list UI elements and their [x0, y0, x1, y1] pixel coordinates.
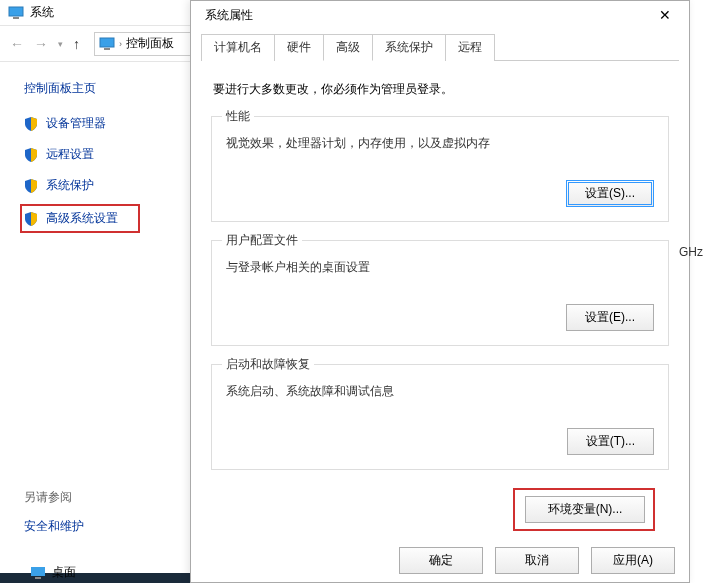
sidebar-item-label: 设备管理器 [46, 115, 106, 132]
sidebar-item-remote[interactable]: 远程设置 [24, 146, 210, 163]
forward-arrow-icon: → [34, 36, 48, 52]
breadcrumb[interactable]: › 控制面板 [94, 32, 200, 56]
group-desc: 与登录帐户相关的桌面设置 [226, 259, 654, 276]
system-window: 系统 ← → ▾ ↑ › 控制面板 控制面板主页 设备管理器 远程设置 系统保护 [0, 0, 210, 583]
desktop-label: 桌面 [52, 564, 76, 581]
system-properties-dialog: 系统属性 ✕ 计算机名 硬件 高级 系统保护 远程 要进行大多数更改，你必须作为… [190, 0, 690, 583]
sidebar-item-label: 远程设置 [46, 146, 94, 163]
group-title: 用户配置文件 [222, 232, 302, 249]
svg-rect-5 [35, 577, 41, 579]
tab-protection[interactable]: 系统保护 [372, 34, 446, 61]
close-icon[interactable]: ✕ [651, 5, 679, 25]
monitor-icon [99, 36, 115, 52]
apply-button[interactable]: 应用(A) [591, 547, 675, 574]
admin-info-text: 要进行大多数更改，你必须作为管理员登录。 [213, 81, 669, 98]
dialog-footer: 确定 取消 应用(A) [399, 547, 675, 574]
desktop-item[interactable]: 桌面 [30, 564, 76, 583]
cancel-button[interactable]: 取消 [495, 547, 579, 574]
system-title: 系统 [30, 4, 54, 21]
sidebar-item-label: 高级系统设置 [46, 210, 118, 227]
ghz-fragment: GHz [679, 245, 703, 259]
sidebar-title[interactable]: 控制面板主页 [24, 80, 210, 97]
sidebar: 控制面板主页 设备管理器 远程设置 系统保护 高级系统设置 [0, 62, 210, 233]
sidebar-item-device-manager[interactable]: 设备管理器 [24, 115, 210, 132]
group-title: 性能 [222, 108, 254, 125]
startup-group: 启动和故障恢复 系统启动、系统故障和调试信息 设置(T)... [211, 364, 669, 470]
tab-advanced[interactable]: 高级 [323, 34, 373, 61]
see-also-link[interactable]: 安全和维护 [24, 518, 84, 535]
nav-row: ← → ▾ ↑ › 控制面板 [0, 26, 210, 62]
environment-variables-button[interactable]: 环境变量(N)... [525, 496, 645, 523]
svg-rect-0 [9, 7, 23, 16]
tab-hardware[interactable]: 硬件 [274, 34, 324, 61]
user-profiles-settings-button[interactable]: 设置(E)... [566, 304, 654, 331]
user-profiles-group: 用户配置文件 与登录帐户相关的桌面设置 设置(E)... [211, 240, 669, 346]
performance-settings-button[interactable]: 设置(S)... [566, 180, 654, 207]
group-desc: 系统启动、系统故障和调试信息 [226, 383, 654, 400]
highlight-box-advanced: 高级系统设置 [20, 204, 140, 233]
performance-group: 性能 视觉效果，处理器计划，内存使用，以及虚拟内存 设置(S)... [211, 116, 669, 222]
system-titlebar: 系统 [0, 0, 210, 26]
svg-rect-1 [13, 17, 19, 19]
tab-computer-name[interactable]: 计算机名 [201, 34, 275, 61]
monitor-icon [30, 565, 46, 581]
startup-settings-button[interactable]: 设置(T)... [567, 428, 654, 455]
see-also-title: 另请参阅 [24, 489, 84, 506]
shield-icon [24, 148, 38, 162]
up-arrow-icon[interactable]: ↑ [73, 36, 80, 52]
env-var-row: 环境变量(N)... [211, 488, 649, 531]
see-also-section: 另请参阅 安全和维护 [24, 489, 84, 535]
dialog-title: 系统属性 [205, 7, 253, 24]
dialog-titlebar: 系统属性 ✕ [191, 1, 689, 29]
sidebar-item-advanced[interactable]: 高级系统设置 [24, 210, 118, 227]
breadcrumb-label: 控制面板 [126, 35, 174, 52]
svg-rect-3 [104, 48, 110, 50]
back-arrow-icon[interactable]: ← [10, 36, 24, 52]
tab-remote[interactable]: 远程 [445, 34, 495, 61]
chevron-right-icon: › [119, 39, 122, 49]
monitor-icon [8, 5, 24, 21]
shield-icon [24, 212, 38, 226]
group-title: 启动和故障恢复 [222, 356, 314, 373]
sidebar-item-label: 系统保护 [46, 177, 94, 194]
shield-icon [24, 179, 38, 193]
svg-rect-2 [100, 38, 114, 47]
group-desc: 视觉效果，处理器计划，内存使用，以及虚拟内存 [226, 135, 654, 152]
highlight-box-envvar: 环境变量(N)... [513, 488, 655, 531]
ok-button[interactable]: 确定 [399, 547, 483, 574]
dropdown-chevron-icon[interactable]: ▾ [58, 39, 63, 49]
sidebar-item-protection[interactable]: 系统保护 [24, 177, 210, 194]
shield-icon [24, 117, 38, 131]
svg-rect-4 [31, 567, 45, 576]
dialog-body: 要进行大多数更改，你必须作为管理员登录。 性能 视觉效果，处理器计划，内存使用，… [191, 61, 689, 531]
tab-strip: 计算机名 硬件 高级 系统保护 远程 [201, 33, 679, 61]
